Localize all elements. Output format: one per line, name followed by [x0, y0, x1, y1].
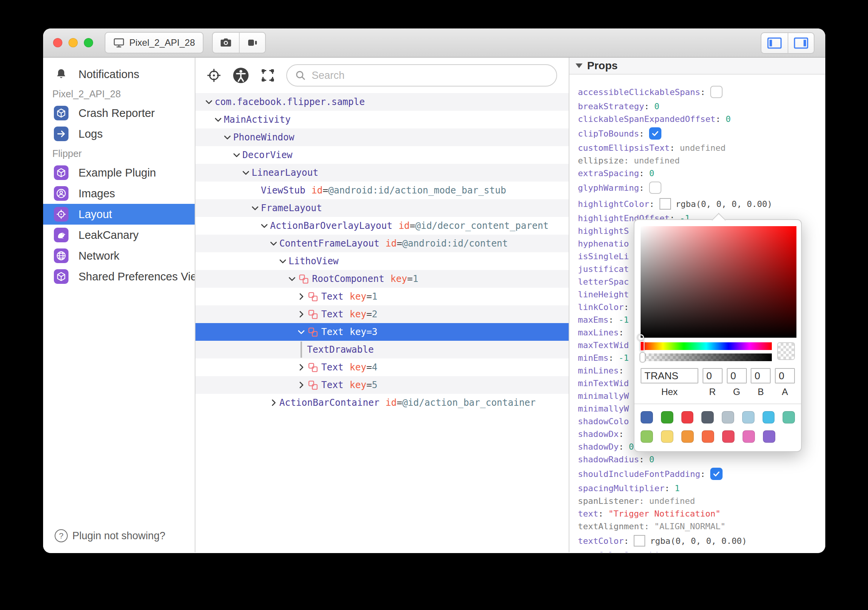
- tree-node-phonewindow[interactable]: PhoneWindow: [195, 128, 569, 146]
- tree-node-linearlayout[interactable]: LinearLayout: [195, 164, 569, 182]
- video-camera-icon: [246, 36, 259, 49]
- sidebar-item-notifications[interactable]: Notifications: [43, 64, 195, 85]
- chevron-right-icon[interactable]: [268, 398, 279, 407]
- chevron-down-icon[interactable]: [212, 115, 224, 124]
- color-swatch[interactable]: [783, 411, 795, 423]
- chevron-down-icon[interactable]: [249, 204, 261, 212]
- prop-colon: :: [608, 315, 613, 325]
- tree-node-actionbaroverlaylayout-id-decor-content-parent[interactable]: ActionBarOverlayLayoutid=@id/decor_conte…: [195, 217, 569, 235]
- chevron-down-icon[interactable]: [240, 168, 252, 177]
- attribute-key: key: [350, 309, 366, 320]
- chevron-down-icon[interactable]: [286, 275, 298, 283]
- tree-node-lithoview[interactable]: LithoView: [195, 252, 569, 270]
- alpha-slider[interactable]: [641, 353, 772, 361]
- color-swatch[interactable]: [763, 411, 775, 423]
- color-swatch[interactable]: [702, 430, 714, 443]
- tree-node-actionbarcontainer-id-action-bar-container[interactable]: ActionBarContainerid=@id/action_bar_cont…: [195, 394, 569, 412]
- plugin-help-link[interactable]: ? Plugin not showing?: [55, 529, 165, 542]
- chevron-down-icon[interactable]: [203, 98, 215, 106]
- checkbox-unchecked[interactable]: [710, 86, 723, 98]
- sidebar-section-label: Pixel_2_API_28: [43, 85, 195, 103]
- color-swatch[interactable]: [763, 430, 775, 443]
- tree-node-textdrawable[interactable]: TextDrawable: [195, 341, 569, 358]
- red-input[interactable]: [703, 368, 723, 383]
- hue-slider[interactable]: [641, 342, 772, 350]
- props-header[interactable]: Props: [569, 58, 825, 75]
- screenshot-button[interactable]: [213, 32, 239, 53]
- checkbox-checked[interactable]: [710, 468, 723, 480]
- chevron-right-icon[interactable]: [295, 363, 307, 372]
- close-button[interactable]: [53, 38, 62, 47]
- hue-handle[interactable]: [640, 341, 644, 351]
- alpha-input[interactable]: [775, 368, 795, 383]
- sidebar-item-example-plugin[interactable]: Example Plugin: [43, 162, 195, 183]
- color-swatch[interactable]: [681, 411, 694, 423]
- sidebar-item-network[interactable]: Network: [43, 245, 195, 266]
- prop-row-shadowradius: shadowRadius:0: [578, 453, 825, 466]
- sidebar-item-layout[interactable]: Layout: [43, 204, 195, 225]
- chevron-down-icon[interactable]: [222, 133, 233, 142]
- target-mode-button[interactable]: [206, 68, 222, 83]
- tree-node-text-2[interactable]: Textkey=2: [195, 305, 569, 323]
- chevron-down-icon[interactable]: [259, 222, 270, 230]
- saturation-area[interactable]: [641, 226, 796, 338]
- tree-node-decorview[interactable]: DecorView: [195, 146, 569, 164]
- color-swatch-button[interactable]: [634, 535, 645, 547]
- right-panel-icon: [793, 37, 809, 49]
- color-swatch[interactable]: [722, 411, 734, 423]
- tree-node-text-1[interactable]: Textkey=1: [195, 288, 569, 305]
- sidebar-item-logs[interactable]: Logs: [43, 123, 195, 144]
- toggle-left-panel-button[interactable]: [761, 32, 788, 54]
- color-swatch[interactable]: [743, 430, 755, 443]
- saturation-handle[interactable]: [638, 334, 644, 341]
- attribute-key: id: [312, 185, 323, 196]
- tree-node-framelayout[interactable]: FrameLayout: [195, 199, 569, 217]
- color-swatch[interactable]: [641, 411, 653, 423]
- chevron-down-icon[interactable]: [277, 257, 289, 265]
- sidebar-item-images[interactable]: Images: [43, 183, 195, 204]
- chevron-right-icon[interactable]: [295, 292, 307, 301]
- blue-input[interactable]: [751, 368, 771, 383]
- checkbox-checked[interactable]: [649, 127, 661, 140]
- select-element-button[interactable]: [260, 68, 275, 83]
- color-swatch[interactable]: [661, 411, 673, 423]
- color-swatch-button[interactable]: [659, 198, 671, 210]
- popup-divider: [634, 403, 801, 404]
- color-swatch[interactable]: [722, 430, 734, 443]
- tree-node-rootcomponent-1[interactable]: RootComponentkey=1: [195, 270, 569, 288]
- color-swatch[interactable]: [701, 411, 714, 423]
- accessibility-mode-button[interactable]: [232, 67, 249, 84]
- color-swatch[interactable]: [742, 411, 754, 423]
- color-swatch[interactable]: [661, 430, 673, 443]
- minimize-button[interactable]: [68, 38, 78, 47]
- color-swatch[interactable]: [641, 430, 653, 443]
- device-selector-button[interactable]: Pixel_2_API_28: [105, 32, 204, 53]
- tree-node-com-facebook-flipper-sample[interactable]: com.facebook.flipper.sample: [195, 93, 569, 111]
- tree-node-text-3[interactable]: Textkey=3: [195, 323, 569, 341]
- prop-value: undefined: [680, 143, 726, 153]
- sidebar-item-leakcanary[interactable]: LeakCanary: [43, 225, 195, 245]
- hex-input[interactable]: [641, 368, 698, 383]
- chevron-down-icon[interactable]: [268, 239, 279, 248]
- chevron-down-icon[interactable]: [231, 151, 242, 159]
- search-input[interactable]: [311, 69, 549, 82]
- color-swatch[interactable]: [681, 430, 694, 443]
- chevron-down-icon[interactable]: [295, 328, 307, 336]
- sidebar-item-shared-preferences-viewer[interactable]: Shared Preferences Viewer: [43, 266, 195, 287]
- screen-record-button[interactable]: [239, 32, 265, 53]
- alpha-handle[interactable]: [640, 352, 645, 362]
- checkbox-unchecked[interactable]: [649, 182, 661, 194]
- toggle-right-panel-button[interactable]: [788, 32, 814, 54]
- tree-node-text-4[interactable]: Textkey=4: [195, 358, 569, 376]
- chevron-right-icon[interactable]: [295, 381, 307, 389]
- tree-node-viewstub-android-id-action-mode-bar-stub[interactable]: ViewStubid=@android:id/action_mode_bar_s…: [195, 182, 569, 199]
- green-input[interactable]: [727, 368, 747, 383]
- prop-row-textcolor: textColor:rgba(0, 0, 0, 0.00): [578, 533, 825, 549]
- zoom-button[interactable]: [84, 38, 93, 47]
- tree-node-mainactivity[interactable]: MainActivity: [195, 111, 569, 128]
- tree-node-text-5[interactable]: Textkey=5: [195, 376, 569, 394]
- capture-buttons: [212, 32, 266, 53]
- sidebar-item-crash-reporter[interactable]: Crash Reporter: [43, 103, 195, 123]
- tree-node-contentframelayout-android-id-content[interactable]: ContentFrameLayoutid=@android:id/content: [195, 235, 569, 252]
- chevron-right-icon[interactable]: [295, 310, 307, 318]
